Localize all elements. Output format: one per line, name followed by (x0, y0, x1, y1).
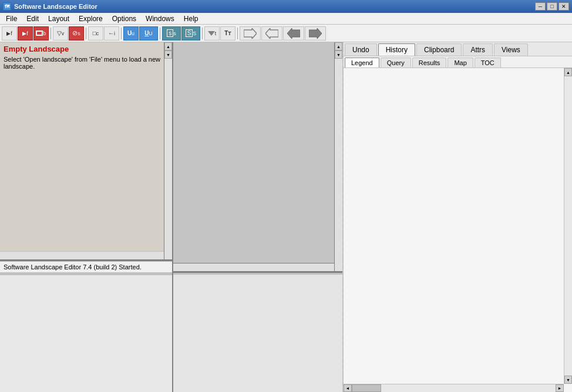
menu-help[interactable]: Help (179, 13, 203, 24)
center-scroll-down[interactable]: ▼ (335, 50, 342, 59)
center-canvas[interactable]: ▲ ▼ (173, 42, 342, 273)
crossed-tool-button[interactable]: ⊘s (69, 26, 84, 40)
select-tool2-button[interactable]: ▶f (18, 26, 33, 40)
svg-marker-2 (287, 28, 300, 39)
right-scroll-up[interactable]: ▲ (564, 68, 572, 76)
tab-row-1: Undo History Clipboard Attrs Views (344, 42, 572, 56)
c-tool-button[interactable]: □c (88, 26, 103, 40)
app-title: Software Landscape Editor (14, 3, 97, 10)
right-scroll-track-h[interactable] (352, 384, 556, 392)
center-scrollbar-h[interactable] (173, 263, 334, 271)
toolbar-separator-2 (86, 28, 86, 39)
menu-file[interactable]: File (1, 13, 22, 24)
tab-query[interactable]: Query (381, 58, 411, 67)
left-scroll-h[interactable] (0, 251, 164, 259)
select-tool-button[interactable]: ▶f (2, 26, 17, 40)
tab-views[interactable]: Views (494, 43, 528, 56)
menu-explore[interactable]: Explore (74, 13, 107, 24)
tab-row-2: Legend Query Results Map TOC (344, 56, 572, 68)
minimize-button[interactable]: ─ (535, 2, 546, 11)
arrow-right-outline-button[interactable] (240, 26, 261, 40)
menu-layout[interactable]: Layout (43, 13, 74, 24)
left-top-area: Empty Landscape Select 'Open landscape' … (0, 42, 172, 261)
scroll-down-arrow[interactable]: ▼ (164, 50, 172, 59)
right-scrollbar-h[interactable]: ◄ ► (344, 384, 564, 392)
menu-options[interactable]: Options (107, 13, 141, 24)
toolbar-separator-1 (51, 28, 51, 39)
menu-edit[interactable]: Edit (22, 13, 43, 24)
right-scroll-down[interactable]: ▼ (564, 376, 572, 384)
left-bottom-area (0, 275, 172, 392)
status-text: Software Landscape Editor 7.4 (build 2) … (4, 263, 142, 271)
arrow-left-outline-button[interactable] (261, 26, 282, 40)
right-scrollbar-v[interactable]: ▲ ▼ (564, 68, 572, 384)
left-panel: Empty Landscape Select 'Open landscape' … (0, 42, 173, 392)
i-tool-button[interactable]: ←i (104, 26, 119, 40)
scroll-up-arrow[interactable]: ▲ (164, 42, 172, 50)
box-select-button[interactable]: b (33, 26, 49, 40)
toolbar-separator-6 (237, 28, 238, 39)
toolbar-separator-5 (202, 28, 203, 39)
v-tool-button[interactable]: ▽v (53, 26, 68, 40)
center-panel: ▲ ▼ (173, 42, 344, 392)
T-tool-button[interactable]: TT (220, 26, 235, 40)
tab-clipboard[interactable]: Clipboard (416, 43, 462, 56)
toolbar-separator-4 (160, 28, 160, 39)
maximize-button[interactable]: □ (547, 2, 557, 11)
u-tool-button[interactable]: Uu (123, 26, 139, 40)
window-controls: ─ □ ✕ (535, 2, 569, 11)
status-bar: Software Landscape Editor 7.4 (build 2) … (0, 261, 172, 273)
right-scroll-thumb-h[interactable] (352, 384, 381, 392)
right-scroll-track-v[interactable] (564, 76, 572, 376)
title-bar-left: 🗺 Software Landscape Editor (3, 2, 97, 11)
landscape-message: Select 'Open landscape' from 'File' menu… (0, 55, 172, 71)
toolbar-separator-3 (121, 28, 122, 39)
tab-history[interactable]: History (378, 43, 415, 56)
right-scroll-right[interactable]: ► (556, 384, 564, 392)
arrow-left-filled-button[interactable] (283, 26, 304, 40)
menu-bar: File Edit Layout Explore Options Windows… (0, 13, 572, 25)
right-panel: Undo History Clipboard Attrs Views Legen… (344, 42, 572, 392)
toolbar: ▶f ▶f b ▽v ⊘s □c ←i Uu UU ss SS t (0, 25, 572, 42)
arrow-down-button[interactable]: t (204, 26, 220, 40)
tab-undo[interactable]: Undo (345, 43, 377, 56)
tab-map[interactable]: Map (447, 58, 473, 67)
left-scrollbar-v[interactable]: ▲ ▼ (164, 42, 172, 259)
menu-windows[interactable]: Windows (141, 13, 179, 24)
tab-attrs[interactable]: Attrs (463, 43, 493, 56)
close-button[interactable]: ✕ (558, 2, 569, 11)
svg-marker-1 (265, 28, 278, 39)
app-icon: 🗺 (3, 2, 11, 11)
arrow-right-filled-button[interactable] (305, 26, 326, 40)
main-layout: Empty Landscape Select 'Open landscape' … (0, 42, 572, 392)
title-bar: 🗺 Software Landscape Editor ─ □ ✕ (0, 0, 572, 13)
center-scrollbar-v[interactable]: ▲ ▼ (334, 42, 342, 271)
center-scroll-up[interactable]: ▲ (335, 42, 342, 50)
right-content: ▲ ▼ ◄ ► (344, 68, 572, 392)
right-scroll-left[interactable]: ◄ (344, 384, 352, 392)
S-box-button[interactable]: SS (181, 26, 200, 40)
s-box-button[interactable]: ss (162, 26, 181, 40)
landscape-title: Empty Landscape (0, 42, 172, 55)
tab-toc[interactable]: TOC (475, 58, 501, 67)
center-bottom-area (173, 275, 342, 392)
svg-marker-3 (309, 28, 322, 39)
svg-marker-0 (244, 28, 257, 39)
U-tool-button[interactable]: UU (139, 26, 158, 40)
tab-legend[interactable]: Legend (345, 58, 379, 67)
tab-results[interactable]: Results (412, 58, 447, 67)
